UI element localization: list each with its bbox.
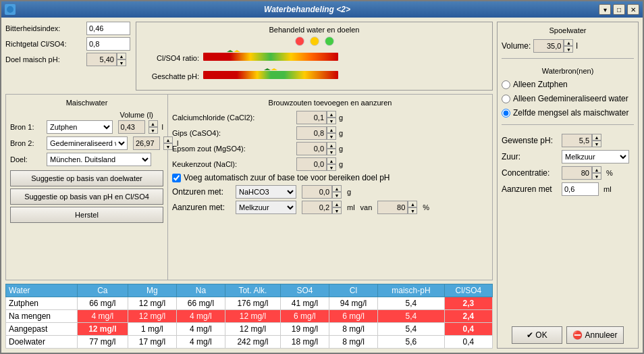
app-icon bbox=[5, 4, 16, 15]
doel-maisch-spinbox: ▲ ▼ bbox=[86, 53, 126, 66]
gewenste-ph-down[interactable]: ▼ bbox=[592, 141, 601, 147]
keukenzout-up[interactable]: ▲ bbox=[327, 157, 336, 164]
bron1-vol-down[interactable]: ▼ bbox=[149, 127, 158, 134]
ci-marker-yellow bbox=[234, 50, 240, 52]
radio2[interactable] bbox=[502, 95, 510, 103]
epsom-up[interactable]: ▲ bbox=[327, 142, 336, 149]
spinbox-up-button[interactable]: ▲ bbox=[117, 53, 126, 59]
col-maisch-ph: maisch-pH bbox=[378, 284, 445, 297]
concentratie-row: Concentratie: ▲ ▼ % bbox=[502, 166, 634, 180]
ontzuren-up[interactable]: ▲ bbox=[332, 185, 342, 192]
table-cell: 5,4 bbox=[378, 323, 445, 336]
spinbox-down-button[interactable]: ▼ bbox=[117, 59, 126, 66]
bron2-volume-input[interactable] bbox=[133, 136, 160, 150]
cancel-button[interactable]: ⛔ Annuleer bbox=[566, 326, 624, 344]
calciumchloride-down[interactable]: ▼ bbox=[327, 118, 336, 124]
herstel-button[interactable]: Herstel bbox=[10, 207, 163, 223]
table-cell: 4 mg/l bbox=[176, 310, 225, 323]
aanzuren-met-row: Aanzuren met ml bbox=[502, 182, 634, 196]
gewenste-ph-input[interactable] bbox=[562, 134, 592, 147]
ci-so4-svg bbox=[203, 50, 338, 64]
bron1-volume-input[interactable] bbox=[118, 120, 145, 134]
aanzuren-row: Aanzuren met: Melkzuur ▲ ▼ ml van bbox=[172, 201, 488, 214]
close-button[interactable]: ✕ bbox=[627, 4, 639, 15]
col-cl: Cl bbox=[329, 284, 377, 297]
concentratie-up[interactable]: ▲ bbox=[592, 166, 601, 173]
ok-button[interactable]: ✔ ✔ OK OK bbox=[512, 326, 562, 344]
maximize-button[interactable]: □ bbox=[613, 4, 625, 15]
doel-row: Doel: München. Duitsland bbox=[10, 153, 163, 166]
col-na: Na bbox=[176, 284, 225, 297]
ontzuren-select[interactable]: NaHCO3 bbox=[236, 185, 296, 199]
keukenzout-input[interactable] bbox=[296, 157, 327, 171]
ph-row: Geschatte pH: bbox=[142, 68, 487, 84]
gips-input[interactable] bbox=[296, 126, 327, 140]
zuur-select[interactable]: Melkzuur bbox=[562, 150, 629, 163]
table-cell: 2,3 bbox=[444, 297, 492, 310]
radio1-label: Alleen Zutphen bbox=[513, 80, 568, 89]
aanzuren-met-unit: ml bbox=[603, 185, 612, 193]
doel-select[interactable]: München. Duitsland bbox=[47, 153, 151, 166]
ph-marker-green bbox=[264, 68, 271, 70]
suggestie-ph-button[interactable]: Suggestie op basis van pH en Cl/SO4 bbox=[10, 188, 163, 205]
ph-gauge bbox=[203, 68, 338, 84]
spoel-vol-up[interactable]: ▲ bbox=[564, 39, 573, 46]
gewenste-ph-up[interactable]: ▲ bbox=[592, 134, 601, 141]
aanzuren-up[interactable]: ▲ bbox=[332, 201, 342, 207]
bitterheidsindex-input[interactable] bbox=[86, 22, 130, 35]
ci-so4-row: Cl/SO4 ratio: bbox=[142, 50, 487, 66]
table-cell: Doelwater bbox=[6, 336, 78, 349]
aanzuren-down[interactable]: ▼ bbox=[332, 207, 342, 214]
spoel-vol-down[interactable]: ▼ bbox=[564, 46, 573, 53]
col-cl-so4: Cl/SO4 bbox=[444, 284, 492, 297]
ontzuren-down[interactable]: ▼ bbox=[332, 192, 342, 199]
aanzuren-pct-up[interactable]: ▲ bbox=[408, 201, 417, 207]
behandeld-title: Behandeld water en doelen bbox=[142, 26, 487, 34]
behandeld-section: Behandeld water en doelen Cl/SO4 ratio: bbox=[136, 22, 493, 91]
gips-down[interactable]: ▼ bbox=[327, 133, 336, 140]
radio3-row: Zelfde mengsel als maischwater bbox=[502, 108, 634, 118]
ontzuren-amount-input[interactable] bbox=[302, 185, 332, 199]
keukenzout-row: Keukenzout (NaCl): ▲ ▼ g bbox=[172, 157, 488, 171]
divider1 bbox=[502, 58, 634, 59]
concentratie-input[interactable] bbox=[562, 166, 592, 180]
svg-rect-2 bbox=[203, 71, 338, 79]
radio3[interactable] bbox=[502, 109, 510, 118]
table-row: Doelwater77 mg/l17 mg/l4 mg/l242 mg/l18 … bbox=[6, 336, 493, 349]
gips-up[interactable]: ▲ bbox=[327, 126, 336, 133]
ontzuren-unit: g bbox=[347, 188, 351, 196]
calciumchloride-input[interactable] bbox=[296, 111, 327, 124]
ontzuren-spinbox: ▲ ▼ bbox=[302, 185, 342, 199]
indicator-red bbox=[295, 36, 304, 46]
concentratie-down[interactable]: ▼ bbox=[592, 173, 601, 180]
aanzuren-amount-input[interactable] bbox=[302, 201, 332, 214]
calciumchloride-row: Calciumchloride (CaCl2): ▲ ▼ g bbox=[172, 111, 488, 124]
suggestie-doelwater-button[interactable]: Suggestie op basis van doelwater bbox=[10, 170, 163, 186]
doel-maisch-input[interactable] bbox=[86, 53, 117, 66]
keukenzout-down[interactable]: ▼ bbox=[327, 164, 336, 171]
calciumchloride-up[interactable]: ▲ bbox=[327, 111, 336, 118]
aanzuren-met-label: Aanzuren met bbox=[502, 184, 559, 194]
bron1-vol-up[interactable]: ▲ bbox=[149, 120, 158, 127]
ph-label: Geschatte pH: bbox=[142, 72, 199, 80]
ci-marker-green bbox=[227, 50, 234, 52]
window-title: Waterbehandeling <2> bbox=[16, 5, 599, 14]
aanzuren-pct-input[interactable] bbox=[377, 201, 408, 214]
bron1-select[interactable]: Zutphen bbox=[47, 120, 113, 134]
minimize-button[interactable]: ▾ bbox=[599, 4, 611, 15]
aanzuren-pct-down[interactable]: ▼ bbox=[408, 207, 417, 214]
epsom-input[interactable] bbox=[296, 142, 327, 155]
bron2-label: Bron 2: bbox=[10, 139, 44, 147]
auto-zuur-checkbox[interactable] bbox=[172, 174, 181, 182]
bron2-select[interactable]: Gedemineraliseerd water bbox=[47, 136, 128, 150]
aanzuren-select[interactable]: Melkzuur bbox=[236, 201, 296, 214]
gewenste-ph-label: Gewenste pH: bbox=[502, 136, 559, 145]
table-cell: 12 mg/l bbox=[225, 323, 280, 336]
radio3-label: Zelfde mengsel als maischwater bbox=[513, 108, 628, 118]
epsom-down[interactable]: ▼ bbox=[327, 149, 336, 155]
richtgetal-input[interactable] bbox=[86, 37, 130, 51]
col-water: Water bbox=[6, 284, 78, 297]
radio1[interactable] bbox=[502, 80, 510, 89]
spoel-volume-input[interactable] bbox=[533, 39, 564, 53]
aanzuren-met-input[interactable] bbox=[562, 182, 599, 196]
